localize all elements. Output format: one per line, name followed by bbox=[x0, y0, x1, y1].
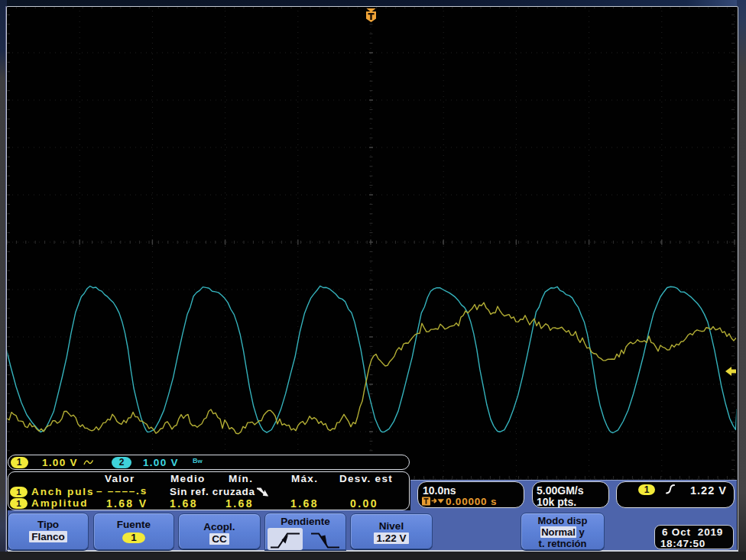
svg-text:0.00000 s: 0.00000 s bbox=[446, 496, 497, 507]
